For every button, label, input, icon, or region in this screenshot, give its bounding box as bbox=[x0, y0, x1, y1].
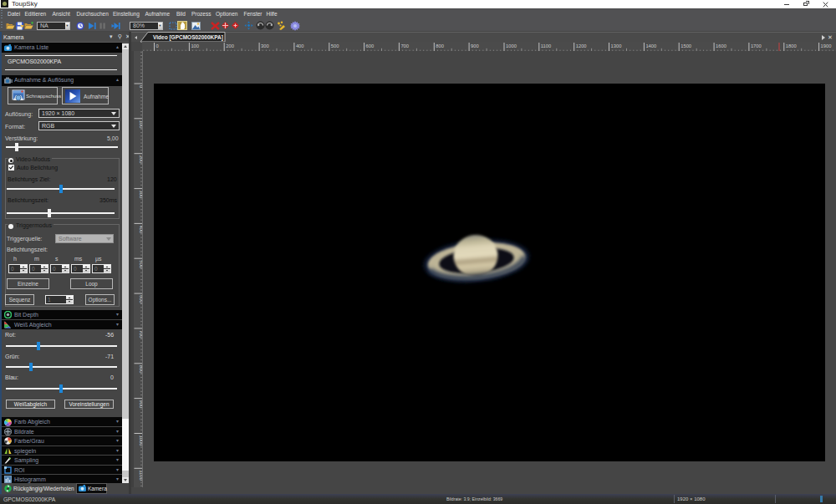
svg-text:1100: 1100 bbox=[541, 43, 551, 48]
svg-text:1400: 1400 bbox=[645, 43, 656, 48]
svg-text:400: 400 bbox=[296, 43, 304, 48]
svg-text:1700: 1700 bbox=[751, 43, 762, 48]
svg-text:1300: 1300 bbox=[611, 43, 622, 48]
svg-text:300: 300 bbox=[261, 43, 269, 48]
svg-text:1500: 1500 bbox=[681, 43, 691, 48]
svg-text:900: 900 bbox=[471, 43, 479, 48]
svg-text:800: 800 bbox=[436, 43, 444, 48]
svg-text:1600: 1600 bbox=[716, 43, 726, 48]
svg-text:700: 700 bbox=[400, 43, 409, 48]
svg-text:1800: 1800 bbox=[786, 43, 797, 48]
svg-text:1900: 1900 bbox=[821, 43, 832, 48]
svg-text:1200: 1200 bbox=[576, 43, 587, 48]
svg-text:200: 200 bbox=[226, 43, 234, 48]
svg-text:500: 500 bbox=[331, 43, 339, 48]
svg-text:100: 100 bbox=[191, 43, 199, 48]
svg-text:600: 600 bbox=[366, 43, 375, 48]
svg-text:1000: 1000 bbox=[506, 43, 517, 48]
svg-text:Video [GPCMOS02000KPA]: Video [GPCMOS02000KPA] bbox=[153, 34, 223, 41]
svg-text:0: 0 bbox=[156, 43, 159, 48]
